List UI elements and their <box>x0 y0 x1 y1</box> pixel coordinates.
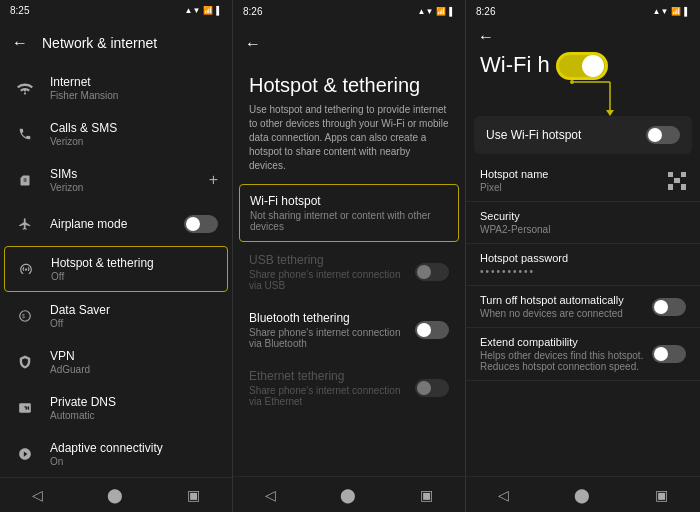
vpn-subtitle: AdGuard <box>50 364 218 375</box>
mid-item-wifi-hotspot[interactable]: Wi-Fi hotspot Not sharing internet or co… <box>239 184 459 242</box>
vpn-text: VPN AdGuard <box>50 349 218 375</box>
sim-icon <box>14 169 36 191</box>
calls-subtitle: Verizon <box>50 136 218 147</box>
nav-back-right[interactable]: ◁ <box>498 487 509 503</box>
setting-hotspot-name[interactable]: Hotspot name Pixel <box>466 160 700 202</box>
wifi-title: Wi-Fi h <box>480 52 550 78</box>
vpn-title: VPN <box>50 349 218 363</box>
back-button-mid[interactable]: ← <box>245 35 261 53</box>
menu-item-internet[interactable]: Internet Fisher Mansion <box>0 65 232 111</box>
left-panel-title: Network & internet <box>42 35 157 51</box>
setting-extend-compat[interactable]: Extend compatibility Helps other devices… <box>466 328 700 381</box>
mid-description: Use hotspot and tethering to provide int… <box>233 103 465 183</box>
extend-label: Extend compatibility <box>480 336 652 348</box>
use-wifi-hotspot-row[interactable]: Use Wi-Fi hotspot <box>474 116 692 154</box>
airplane-text: Airplane mode <box>50 217 170 231</box>
sims-text: SIMs Verizon <box>50 167 195 193</box>
battery-icon-mid: ▌ <box>449 7 455 16</box>
turn-off-text: Turn off hotspot automatically When no d… <box>480 294 652 319</box>
mid-item-bluetooth[interactable]: Bluetooth tethering Share phone's intern… <box>233 301 465 359</box>
extend-toggle[interactable] <box>652 345 686 363</box>
adaptive-text: Adaptive connectivity On <box>50 441 218 467</box>
use-hotspot-toggle-knob <box>648 128 662 142</box>
password-value: •••••••••• <box>480 266 686 277</box>
right-panel: 8:26 ▲▼ 📶 ▌ ← Wi-Fi h Use Wi-Fi hotspot <box>466 0 700 512</box>
menu-item-sims[interactable]: SIMs Verizon + <box>0 157 232 203</box>
status-bar-right: 8:26 ▲▼ 📶 ▌ <box>466 0 700 22</box>
wifi-big-toggle[interactable] <box>556 52 608 80</box>
ethernet-toggle <box>415 379 449 397</box>
nav-recents-right[interactable]: ▣ <box>655 487 668 503</box>
menu-item-datasaver[interactable]: $ Data Saver Off <box>0 293 232 339</box>
usb-toggle <box>415 263 449 281</box>
security-value: WPA2-Personal <box>480 224 686 235</box>
use-hotspot-toggle[interactable] <box>646 126 680 144</box>
internet-text: Internet Fisher Mansion <box>50 75 218 101</box>
menu-item-calls[interactable]: Calls & SMS Verizon <box>0 111 232 157</box>
wifi-hotspot-text: Wi-Fi hotspot Not sharing internet or co… <box>250 194 448 232</box>
setting-turn-off-auto[interactable]: Turn off hotspot automatically When no d… <box>466 286 700 328</box>
time-left: 8:25 <box>10 5 29 16</box>
right-header-back: ← <box>466 22 700 46</box>
airplane-icon <box>14 213 36 235</box>
airplane-toggle[interactable] <box>184 215 218 233</box>
bluetooth-toggle-knob <box>417 323 431 337</box>
status-icons-right: ▲▼ 📶 ▌ <box>652 7 690 16</box>
setting-security[interactable]: Security WPA2-Personal <box>466 202 700 244</box>
toggle-arrow <box>570 80 620 116</box>
usb-title: USB tethering <box>249 253 405 267</box>
datasaver-subtitle: Off <box>50 318 218 329</box>
usb-toggle-knob <box>417 265 431 279</box>
menu-item-adaptive[interactable]: Adaptive connectivity On <box>0 431 232 477</box>
signal-icon: ▲▼ <box>184 6 200 15</box>
hotspot-icon <box>15 258 37 280</box>
left-panel: 8:25 ▲▼ 📶 ▌ ← Network & internet Interne… <box>0 0 233 512</box>
status-bar-mid: 8:26 ▲▼ 📶 ▌ <box>233 0 465 22</box>
wifi-status-icon: 📶 <box>203 6 213 15</box>
vpn-icon <box>14 351 36 373</box>
wifi-title-area: Wi-Fi h <box>466 46 700 84</box>
setting-hotspot-password[interactable]: Hotspot password •••••••••• <box>466 244 700 286</box>
mid-item-ethernet[interactable]: Ethernet tethering Share phone's interne… <box>233 359 465 417</box>
nav-recents-left[interactable]: ▣ <box>187 487 200 503</box>
calls-text: Calls & SMS Verizon <box>50 121 218 147</box>
back-button-left[interactable]: ← <box>12 34 28 52</box>
wifi-status-icon-mid: 📶 <box>436 7 446 16</box>
datasaver-icon: $ <box>14 305 36 327</box>
turn-off-toggle[interactable] <box>652 298 686 316</box>
turn-off-label: Turn off hotspot automatically <box>480 294 652 306</box>
nav-back-left[interactable]: ◁ <box>32 487 43 503</box>
menu-item-dns[interactable]: Private DNS Automatic <box>0 385 232 431</box>
back-button-right[interactable]: ← <box>478 28 494 45</box>
datasaver-text: Data Saver Off <box>50 303 218 329</box>
nav-recents-mid[interactable]: ▣ <box>420 487 433 503</box>
hotspot-name-text: Hotspot name Pixel <box>480 168 668 193</box>
nav-home-left[interactable]: ⬤ <box>107 487 123 503</box>
menu-item-vpn[interactable]: VPN AdGuard <box>0 339 232 385</box>
nav-back-mid[interactable]: ◁ <box>265 487 276 503</box>
hotspot-subtitle: Off <box>51 271 217 282</box>
ethernet-text: Ethernet tethering Share phone's interne… <box>249 369 405 407</box>
big-toggle-container <box>556 52 608 80</box>
hotspot-text: Hotspot & tethering Off <box>51 256 217 282</box>
calls-title: Calls & SMS <box>50 121 218 135</box>
bluetooth-toggle[interactable] <box>415 321 449 339</box>
extend-value: Helps other devices find this hotspot. R… <box>480 350 652 372</box>
menu-item-hotspot[interactable]: Hotspot & tethering Off <box>4 246 228 292</box>
nav-home-right[interactable]: ⬤ <box>574 487 590 503</box>
svg-marker-5 <box>606 110 614 116</box>
hotspot-name-value: Pixel <box>480 182 668 193</box>
turn-off-value: When no devices are connected <box>480 308 652 319</box>
datasaver-title: Data Saver <box>50 303 218 317</box>
nav-home-mid[interactable]: ⬤ <box>340 487 356 503</box>
mid-item-usb[interactable]: USB tethering Share phone's internet con… <box>233 243 465 301</box>
wifi-icon <box>14 77 36 99</box>
signal-icon-right: ▲▼ <box>652 7 668 16</box>
qr-icon <box>668 172 686 190</box>
wifi-hotspot-sub: Not sharing internet or content with oth… <box>250 210 448 232</box>
sims-add-icon[interactable]: + <box>209 171 218 189</box>
ethernet-toggle-knob <box>417 381 431 395</box>
usb-text: USB tethering Share phone's internet con… <box>249 253 405 291</box>
adaptive-subtitle: On <box>50 456 218 467</box>
menu-item-airplane[interactable]: Airplane mode <box>0 203 232 245</box>
